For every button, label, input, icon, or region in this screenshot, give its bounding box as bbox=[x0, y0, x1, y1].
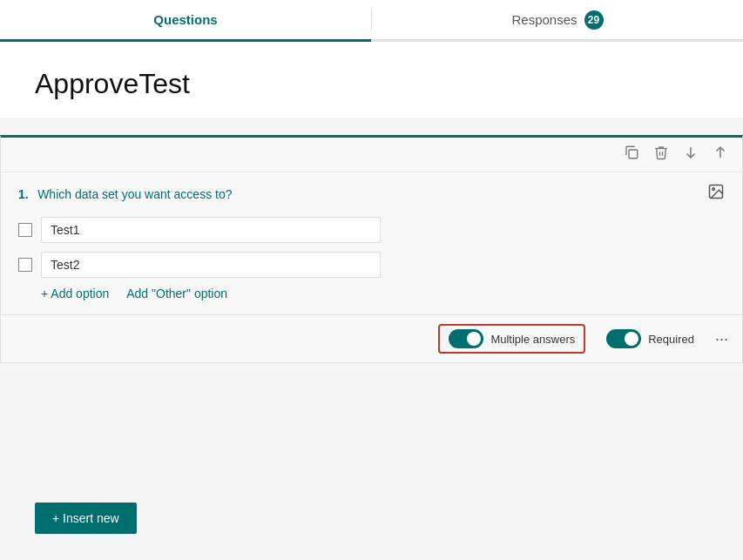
tab-responses-label: Responses bbox=[511, 12, 577, 27]
multiple-answers-toggle[interactable] bbox=[449, 329, 483, 348]
question-text: Which data set you want access to? bbox=[37, 187, 232, 201]
option-checkbox-1 bbox=[18, 223, 32, 237]
move-up-icon[interactable] bbox=[713, 145, 728, 165]
tab-questions[interactable]: Questions bbox=[0, 0, 371, 42]
delete-icon[interactable] bbox=[653, 145, 669, 165]
svg-rect-0 bbox=[629, 150, 638, 159]
tab-responses[interactable]: Responses 29 bbox=[372, 0, 743, 39]
multiple-answers-toggle-group: Multiple answers bbox=[438, 324, 585, 354]
add-other-option-button[interactable]: Add "Other" option bbox=[126, 287, 227, 300]
multiple-answers-label: Multiple answers bbox=[490, 333, 575, 346]
question-body: 1. Which data set you want access to? bbox=[1, 172, 742, 314]
insert-new-label: + Insert new bbox=[52, 511, 119, 525]
form-title: ApproveTest bbox=[35, 68, 708, 100]
responses-badge: 29 bbox=[584, 10, 604, 30]
image-icon[interactable] bbox=[707, 183, 725, 205]
option-input-2[interactable] bbox=[41, 252, 381, 278]
add-options-row: + Add option Add "Other" option bbox=[18, 287, 725, 300]
required-toggle-group: Required bbox=[606, 329, 694, 348]
tab-bar: Questions Responses 29 bbox=[0, 0, 743, 42]
option-item-1 bbox=[18, 217, 725, 243]
required-label: Required bbox=[648, 333, 694, 346]
option-item-2 bbox=[18, 252, 725, 278]
svg-point-4 bbox=[713, 188, 715, 191]
question-footer: Multiple answers Required ··· bbox=[1, 314, 742, 362]
required-toggle[interactable] bbox=[606, 329, 641, 348]
page-wrapper: ApproveTest bbox=[0, 42, 743, 560]
more-options-icon[interactable]: ··· bbox=[715, 330, 728, 348]
insert-new-button[interactable]: + Insert new bbox=[35, 503, 137, 534]
tab-questions-label: Questions bbox=[153, 12, 217, 27]
option-input-1[interactable] bbox=[41, 217, 381, 243]
question-number: 1. bbox=[18, 187, 29, 201]
add-option-button[interactable]: + Add option bbox=[41, 287, 109, 300]
question-toolbar bbox=[1, 138, 742, 172]
add-other-label: Add "Other" option bbox=[126, 287, 227, 300]
copy-icon[interactable] bbox=[624, 145, 639, 165]
option-checkbox-2 bbox=[18, 258, 32, 272]
move-down-icon[interactable] bbox=[683, 145, 699, 165]
question-header-row: 1. Which data set you want access to? bbox=[18, 183, 725, 205]
main-content: ApproveTest bbox=[0, 42, 743, 118]
add-option-label: + Add option bbox=[41, 287, 109, 300]
question-header-text: 1. Which data set you want access to? bbox=[18, 186, 232, 202]
question-card: 1. Which data set you want access to? bbox=[0, 135, 743, 363]
